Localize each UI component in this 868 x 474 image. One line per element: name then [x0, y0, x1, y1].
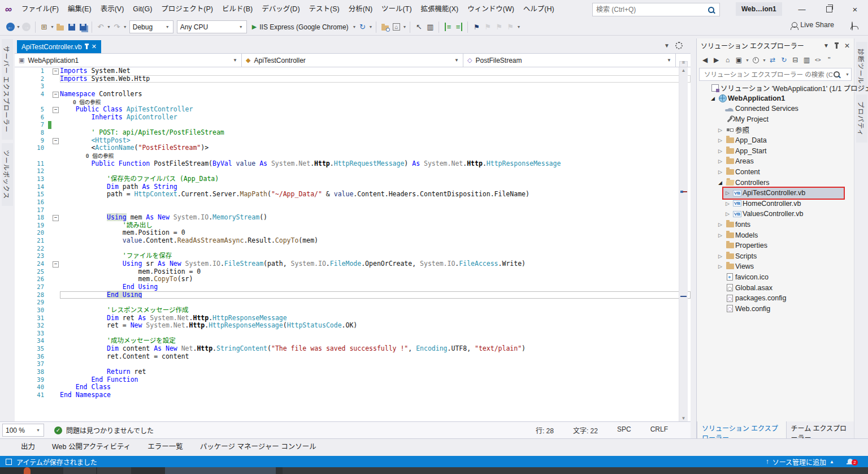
dock-tab[interactable]: サーバー エクスプローラー — [2, 39, 13, 140]
tree-item[interactable]: ▷VBHomeController.vb — [697, 199, 854, 209]
code-line[interactable]: 39 End Function — [15, 376, 691, 384]
menu-item[interactable]: デバッグ(D) — [257, 5, 304, 13]
code-line[interactable]: 29 — [15, 299, 691, 307]
code-line[interactable]: 16 — [15, 199, 691, 206]
chevron-down-icon[interactable]: ▼ — [369, 25, 373, 29]
solution-search[interactable]: ▼ — [699, 68, 852, 81]
menu-item[interactable]: ツール(T) — [377, 5, 416, 13]
document-tab[interactable]: ApiTestController.vb ✕ — [17, 40, 101, 53]
member-dropdown[interactable]: ◇PostFileStream▼ — [463, 54, 676, 67]
code-line[interactable]: 41End Namespace — [15, 391, 691, 399]
menu-item[interactable]: プロジェクト(P) — [157, 5, 218, 13]
code-line[interactable]: 7 — [15, 121, 691, 129]
tree-item[interactable]: Connected Services — [697, 104, 854, 114]
expand-arrow-icon[interactable]: ▷ — [723, 190, 732, 196]
dock-tab[interactable]: プロパティ — [856, 94, 867, 143]
taskbar-app[interactable] — [24, 467, 31, 474]
expand-arrow-icon[interactable]: ▷ — [723, 201, 732, 206]
chevron-down-icon[interactable]: ▼ — [107, 25, 111, 29]
collapse-icon[interactable]: − — [53, 138, 59, 144]
chevron-down-icon[interactable]: ▼ — [123, 25, 127, 29]
code-line[interactable]: 13 '保存先のファイルパス (App_Data) — [15, 175, 691, 183]
tree-item[interactable]: ▷App_Start — [697, 146, 854, 157]
notifications-button[interactable]: 2 — [847, 458, 854, 466]
expand-arrow-icon[interactable]: ▷ — [716, 148, 724, 154]
taskbar-app[interactable] — [63, 467, 96, 474]
menu-item[interactable]: テスト(S) — [305, 5, 344, 13]
codelens-references[interactable]: 0 個の参照 — [86, 153, 114, 159]
tree-item[interactable]: ▷参照 — [697, 124, 854, 135]
add-to-source-control-button[interactable]: ソース管理に追加 — [772, 457, 826, 467]
pin-icon[interactable] — [86, 45, 88, 49]
restore-button[interactable] — [816, 0, 842, 19]
expand-arrow-icon[interactable]: ▷ — [716, 127, 724, 133]
expand-arrow-icon[interactable]: ▷ — [716, 264, 724, 269]
code-line[interactable]: 27 End Using — [15, 283, 691, 291]
code-line[interactable]: 22 — [15, 245, 691, 253]
code-line[interactable]: 1−Imports System.Net — [15, 67, 691, 75]
copy-structure-button[interactable]: ▥ — [425, 21, 435, 33]
expand-arrow-icon[interactable]: ▷ — [723, 211, 732, 217]
code-line[interactable]: 5− Public Class ApiTestController — [15, 106, 691, 114]
code-line[interactable]: 2Imports System.Web.Http — [15, 75, 691, 83]
type-dropdown[interactable]: ◆ApiTestController▼ — [242, 54, 463, 67]
health-check-icon[interactable]: ✓ — [54, 426, 62, 434]
tree-item[interactable]: ▷fonts — [697, 219, 854, 230]
tree-item[interactable]: ▷VBApiTestController.vb — [697, 188, 854, 199]
forward-icon[interactable]: ▶ — [711, 55, 722, 66]
code-line[interactable]: 14 Dim path As String — [15, 183, 691, 191]
expand-arrow-icon[interactable]: ▷ — [716, 232, 724, 238]
solution-search-input[interactable] — [703, 71, 834, 79]
tree-item[interactable]: packages.config — [697, 293, 854, 304]
tree-item[interactable]: ▷Models — [697, 230, 854, 240]
code-line[interactable]: 38 Return ret — [15, 368, 691, 376]
zoom-selector[interactable]: 100 % ▼ — [2, 424, 44, 437]
solution-platforms-dropdown[interactable]: Any CPU▼ — [177, 20, 247, 33]
sync-with-active-document-icon[interactable]: ⇄ — [767, 55, 778, 66]
bottom-panel-tab[interactable]: パッケージ マネージャー コンソール — [199, 439, 318, 456]
tree-item[interactable]: ▷Areas — [697, 156, 854, 167]
view-code-icon[interactable]: <> — [813, 55, 823, 66]
code-line[interactable]: 24− Using sr As New System.IO.FileStream… — [15, 260, 691, 268]
chevron-down-icon[interactable]: ▼ — [517, 25, 520, 29]
tree-item[interactable]: ◢Controllers — [697, 177, 854, 188]
bottom-panel-tab[interactable]: Web 公開アクティビティ — [51, 439, 132, 456]
feedback-button[interactable] — [852, 22, 856, 30]
collapse-icon[interactable]: − — [53, 68, 59, 75]
code-editor[interactable]: 1−Imports System.Net2Imports System.Web.… — [15, 67, 691, 421]
active-files-dropdown-icon[interactable]: ▼ — [664, 42, 670, 49]
menu-item[interactable]: Git(G) — [128, 5, 157, 13]
project-dropdown[interactable]: ▣WebApplication1▼ — [15, 54, 242, 67]
navigate-backward-button[interactable]: ← — [5, 21, 15, 33]
toggle-bookmark-button[interactable]: ⚑ — [471, 21, 481, 33]
pending-changes-filter-icon[interactable] — [750, 55, 761, 66]
properties-icon[interactable]: ▥ — [801, 55, 812, 66]
switch-views-icon[interactable]: ▣ — [734, 55, 744, 66]
chevron-down-icon[interactable]: ▼ — [50, 25, 54, 29]
home-icon[interactable]: ⌂ — [722, 55, 733, 66]
tree-item[interactable]: ▷Views — [697, 261, 854, 272]
collapse-icon[interactable]: − — [53, 107, 59, 113]
collapse-arrow-icon[interactable]: ◢ — [716, 180, 724, 186]
refresh-browser-link-button[interactable]: ↻ — [358, 21, 368, 33]
refresh-icon[interactable]: ↻ — [779, 55, 789, 66]
codelens-references[interactable]: 0 個の参照 — [73, 99, 101, 105]
code-line[interactable]: 18− Using mem As New System.IO.MemoryStr… — [15, 214, 691, 222]
decrease-indent-button[interactable]: ≡ — [442, 21, 453, 33]
menu-item[interactable]: ウィンドウ(W) — [463, 5, 519, 13]
code-line[interactable]: 9− <HttpPost> — [15, 137, 691, 145]
chevron-down-icon[interactable]: ▼ — [353, 25, 357, 29]
tree-item[interactable]: Properties — [697, 240, 854, 251]
code-line[interactable]: 26 mem.CopyTo(sr) — [15, 275, 691, 283]
code-line[interactable]: 10 <ActionName("PostFileStream")> — [15, 144, 691, 152]
expand-arrow-icon[interactable]: ▷ — [716, 169, 724, 175]
search-icon[interactable] — [834, 71, 840, 77]
menu-item[interactable]: 編集(E) — [63, 5, 96, 13]
scroll-down-icon[interactable]: ▼ — [679, 416, 688, 421]
search-icon[interactable] — [708, 7, 714, 13]
dock-tab[interactable]: ツールボックス — [2, 143, 13, 206]
select-element-button[interactable]: ↖ — [414, 21, 424, 33]
code-line[interactable]: 28 End Using — [15, 291, 691, 299]
back-icon[interactable]: ◀ — [700, 55, 710, 66]
bottom-panel-tab[interactable]: エラー一覧 — [146, 439, 184, 456]
